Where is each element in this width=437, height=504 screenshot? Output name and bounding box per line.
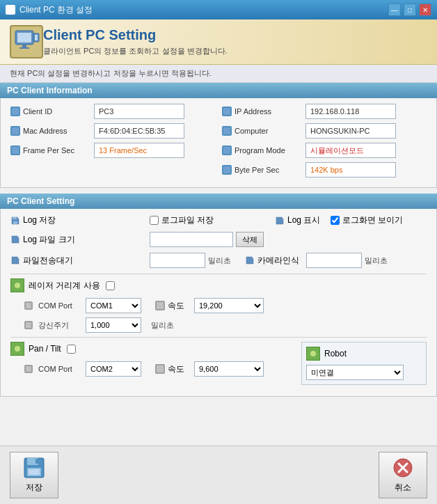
svg-rect-2 (22, 45, 26, 47)
com-port-select[interactable]: COM1 COM2 COM3 COM4 (86, 298, 141, 313)
save-icon (23, 457, 45, 479)
app-header: Client PC Setting 클라이언트 PC의 정보를 조회하고 설정을… (0, 19, 437, 65)
pan-tilt-checkbox[interactable] (67, 345, 76, 354)
header-title: Client PC Setting (43, 27, 228, 43)
info-left-col: Client ID PC3 Mac Address F4:6D:04:EC:5B… (10, 104, 215, 182)
laser-group: 레이저 거리계 사용 (10, 278, 115, 292)
pan-com-select[interactable]: COM1 COM2 COM3 COM4 (86, 361, 141, 377)
com-port-label: COM Port (24, 301, 80, 310)
camera-input[interactable]: 5000 (306, 253, 362, 268)
robot-status-select[interactable]: 미연결 연결됨 (306, 365, 404, 380)
computer-label: Computer (222, 126, 305, 136)
log-screen-group: 로그화면 보이기 (331, 214, 403, 226)
info-grid: Client ID PC3 Mac Address F4:6D:04:EC:5B… (10, 104, 427, 182)
laser-row: 레이저 거리계 사용 (10, 278, 427, 292)
svg-rect-7 (12, 127, 19, 134)
bottom-bar: 저장 취소 (0, 446, 437, 504)
svg-point-15 (15, 283, 20, 288)
divider-2 (10, 337, 427, 338)
robot-group: Robot 미연결 연결됨 (301, 342, 427, 385)
cancel-button[interactable]: 취소 (379, 452, 427, 498)
header-text: Client PC Setting 클라이언트 PC의 정보를 조회하고 설정을… (43, 27, 228, 56)
log-screen-checkbox[interactable] (331, 216, 340, 225)
camera-unit: 밀리초 (365, 255, 388, 266)
svg-rect-8 (12, 147, 19, 154)
frame-per-sec-row: Frame Per Sec 13 Frame/Sec (10, 143, 215, 158)
svg-rect-12 (223, 166, 230, 173)
log-save-group: Log 저장 (10, 214, 150, 226)
save-button[interactable]: 저장 (10, 452, 58, 498)
client-id-value: PC3 (94, 104, 184, 119)
log-file-size-row: Log 파일 크기 0 Byte 삭제 (10, 232, 427, 247)
pan-tilt-icon (10, 342, 24, 356)
pan-com-label: COM Port (24, 365, 80, 373)
svg-rect-11 (223, 147, 230, 154)
robot-header: Robot (306, 347, 422, 361)
speed-group: 속도 (155, 300, 189, 312)
computer-row: Computer HONGSUKIN-PC (222, 123, 427, 139)
svg-rect-3 (19, 47, 29, 49)
pan-speed-icon (155, 364, 165, 374)
header-subtitle: 클라이언트 PC의 정보를 조회하고 설정을 변경합니다. (43, 46, 228, 56)
file-transfer-row: 파일전송대기 30000 밀리초 카메라인식 5000 밀리초 (10, 253, 427, 268)
pan-tilt-group: Pan / Tilt COM Port COM1 COM2 (10, 342, 301, 381)
svg-rect-1 (17, 33, 31, 42)
robot-icon (306, 347, 320, 361)
pan-speed-select[interactable]: 9,600 19,200 38,400 57,600 115,200 (194, 361, 264, 377)
svg-rect-17 (26, 303, 31, 308)
pan-tilt-robot-row: Pan / Tilt COM Port COM1 COM2 (10, 342, 427, 385)
mac-icon (10, 126, 20, 136)
info-section-content: Client ID PC3 Mac Address F4:6D:04:EC:5B… (0, 98, 437, 188)
svg-rect-9 (223, 108, 230, 115)
ip-address-label: IP Address (222, 107, 305, 116)
svg-rect-26 (157, 365, 164, 372)
ip-address-row: IP Address 192.168.0.118 (222, 104, 427, 119)
log-save-icon (10, 216, 20, 226)
pan-speed-group: 속도 (155, 363, 189, 375)
client-id-row: Client ID PC3 (10, 104, 215, 119)
info-section-header: PC Client Information (0, 83, 437, 98)
setting-section-header: PC Client Setting (0, 194, 437, 209)
log-file-size-icon (10, 235, 20, 244)
log-file-save-checkbox[interactable] (150, 216, 159, 225)
close-button[interactable]: ✕ (419, 3, 431, 16)
svg-rect-24 (26, 366, 31, 372)
laser-checkbox[interactable] (106, 281, 115, 290)
refresh-select[interactable]: 1,000 500 2,000 (86, 317, 141, 333)
program-mode-label: Program Mode (222, 145, 305, 155)
svg-rect-32 (29, 469, 40, 475)
refresh-icon (24, 321, 33, 329)
minimize-button[interactable]: — (388, 3, 401, 16)
file-transfer-group: 파일전송대기 (10, 255, 150, 267)
svg-rect-21 (26, 322, 31, 328)
com-port-row: COM Port COM1 COM2 COM3 COM4 속도 9,600 19… (10, 298, 427, 313)
svg-rect-13 (13, 221, 17, 224)
refresh-label: 강신주기 (24, 320, 80, 331)
log-file-size-group: Log 파일 크기 (10, 234, 150, 246)
frame-per-sec-label: Frame Per Sec (10, 145, 94, 155)
file-transfer-unit: 밀리초 (208, 255, 231, 266)
delete-button[interactable]: 삭제 (236, 232, 264, 247)
title-bar-icon (6, 5, 15, 15)
maximize-button[interactable]: □ (404, 3, 416, 16)
laser-icon (10, 278, 24, 292)
computer-icon (222, 126, 232, 136)
speed-select[interactable]: 9,600 19,200 38,400 57,600 115,200 (194, 298, 264, 313)
program-mode-value: 시뮬레이션모드 (305, 143, 396, 158)
log-file-size-input[interactable]: 0 Byte (150, 232, 233, 247)
program-mode-row: Program Mode 시뮬레이션모드 (222, 143, 427, 158)
computer-value: HONGSUKIN-PC (305, 123, 396, 139)
svg-rect-5 (35, 35, 38, 40)
file-transfer-input[interactable]: 30000 (150, 253, 205, 268)
svg-rect-14 (13, 217, 17, 219)
mode-icon (222, 145, 232, 155)
camera-group: 카메라인식 (245, 255, 303, 267)
svg-point-27 (310, 351, 316, 356)
info-right-col: IP Address 192.168.0.118 Computer HONGSU… (222, 104, 427, 182)
cancel-icon (392, 457, 414, 479)
speed-icon (155, 301, 165, 310)
mac-address-label: Mac Address (10, 126, 94, 136)
client-id-label: Client ID (10, 107, 94, 116)
mac-address-row: Mac Address F4:6D:04:EC:5B:35 (10, 123, 215, 139)
com-port-icon (24, 301, 33, 310)
